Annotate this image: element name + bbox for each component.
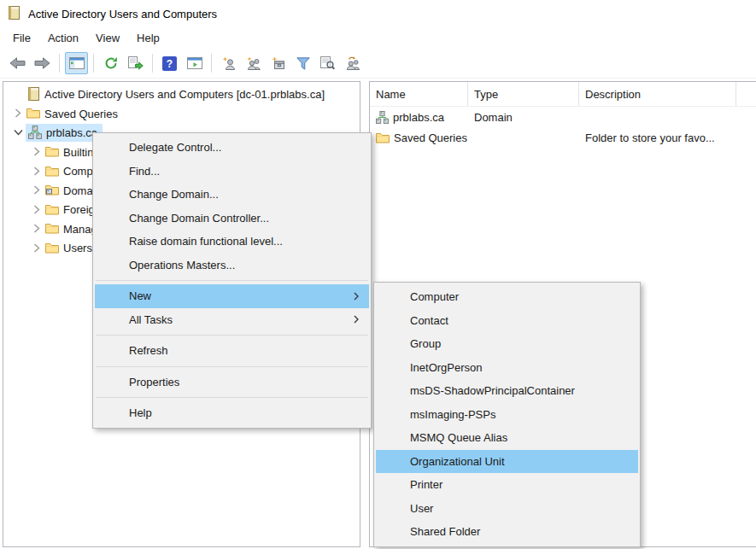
column-header-type[interactable]: Type — [468, 82, 579, 106]
chevron-right-icon[interactable] — [29, 166, 44, 176]
new-group-icon — [246, 56, 261, 70]
list-header: Name Type Description — [370, 82, 756, 107]
new-user-icon — [222, 56, 236, 70]
new-user-button[interactable] — [217, 52, 240, 74]
menu-item-refresh[interactable]: Refresh — [95, 339, 369, 363]
domain-controllers-folder-icon — [44, 184, 60, 196]
chevron-right-icon[interactable] — [29, 205, 44, 214]
submenu-item-msmq-queue-alias[interactable]: MSMQ Queue Alias — [376, 426, 638, 450]
submenu-item-inetorgperson[interactable]: InetOrgPerson — [376, 356, 638, 380]
chevron-down-icon[interactable] — [10, 129, 26, 136]
submenu-item-printer[interactable]: Printer — [376, 473, 638, 497]
table-row-prblabs-ca[interactable]: prblabs.ca Domain — [370, 108, 756, 127]
export-list-icon — [128, 56, 144, 70]
find-button[interactable] — [316, 52, 339, 74]
cell-type: Domain — [468, 111, 579, 124]
tree-root-label: Active Directory Users and Computers [dc… — [44, 87, 325, 101]
find-icon — [320, 56, 335, 70]
title-bar: Active Directory Users and Computers — [0, 0, 756, 27]
menu-item-operations-masters[interactable]: Operations Masters... — [95, 254, 369, 277]
toolbar-separator — [211, 54, 212, 73]
cell-name: prblabs.ca — [393, 111, 444, 124]
forward-icon — [34, 57, 50, 69]
table-row-saved-queries[interactable]: Saved Queries Folder to store your favo.… — [370, 128, 756, 148]
new-ou-button[interactable] — [267, 52, 290, 74]
column-header-name[interactable]: Name — [370, 82, 468, 106]
menu-view[interactable]: View — [87, 29, 128, 47]
submenu-arrow-icon — [354, 292, 359, 301]
svg-text:?: ? — [167, 58, 173, 70]
toolbar: ? — [0, 49, 756, 79]
tree-item-label: prblabs.ca — [46, 126, 97, 139]
menu-item-new[interactable]: New — [95, 284, 369, 308]
tree-item-saved-queries[interactable]: Saved Queries — [3, 104, 360, 124]
directory-book-icon — [26, 87, 41, 101]
submenu-item-user[interactable]: User — [376, 497, 638, 521]
submenu-item-contact[interactable]: Contact — [376, 309, 638, 333]
menu-item-change-domain[interactable]: Change Domain... — [95, 183, 369, 207]
chevron-right-icon[interactable] — [29, 243, 44, 253]
submenu-item-shared-folder[interactable]: Shared Folder — [376, 520, 638, 544]
submenu-item-group[interactable]: Group — [376, 332, 638, 356]
filter-button[interactable] — [291, 52, 314, 74]
domain-icon — [27, 126, 43, 139]
menu-item-change-domain-controller[interactable]: Change Domain Controller... — [95, 207, 369, 231]
new-group-button[interactable] — [242, 52, 265, 74]
help-button[interactable]: ? — [158, 52, 181, 74]
refresh-button[interactable] — [99, 52, 122, 74]
folder-icon — [26, 108, 41, 119]
menu-help[interactable]: Help — [128, 29, 168, 47]
folder-icon — [44, 166, 60, 177]
column-header-description[interactable]: Description — [579, 82, 736, 106]
menu-item-help[interactable]: Help — [95, 401, 369, 425]
menu-item-label: New — [129, 289, 151, 302]
cell-description: Folder to store your favo... — [579, 131, 736, 144]
menu-item-delegate-control[interactable]: Delegate Control... — [95, 136, 369, 160]
export-list-button[interactable] — [124, 52, 147, 74]
chevron-right-icon[interactable] — [29, 185, 44, 195]
menu-separator — [96, 397, 368, 398]
menu-separator — [96, 366, 368, 367]
show-action-pane-button[interactable] — [183, 52, 206, 74]
aduc-window: Active Directory Users and Computers Fil… — [0, 0, 756, 549]
show-console-tree-button[interactable] — [65, 52, 88, 74]
action-pane-icon — [187, 57, 202, 69]
menu-item-find[interactable]: Find... — [95, 160, 369, 184]
folder-icon — [44, 223, 60, 234]
chevron-right-icon[interactable] — [29, 224, 44, 233]
submenu-item-msds-shadowprincipalcontainer[interactable]: msDS-ShadowPrincipalContainer — [376, 379, 638, 403]
menu-item-all-tasks[interactable]: All Tasks — [95, 308, 369, 332]
chevron-right-icon[interactable] — [10, 108, 26, 118]
submenu-arrow-icon — [354, 315, 359, 324]
tree-selection: prblabs.ca — [26, 124, 103, 142]
new-submenu: Computer Contact Group InetOrgPerson msD… — [373, 282, 641, 547]
tree-item-label: Saved Queries — [44, 107, 118, 120]
refresh-icon — [104, 56, 118, 70]
menu-item-label: All Tasks — [129, 313, 173, 326]
submenu-item-organizational-unit[interactable]: Organizational Unit — [376, 450, 638, 474]
menu-file[interactable]: File — [4, 29, 39, 47]
submenu-item-msimaging-psps[interactable]: msImaging-PSPs — [376, 403, 638, 427]
back-button[interactable] — [6, 52, 29, 74]
add-to-group-button[interactable] — [341, 52, 364, 74]
tree-item-root[interactable]: Active Directory Users and Computers [dc… — [3, 85, 360, 104]
domain-icon — [376, 111, 389, 124]
forward-button[interactable] — [31, 52, 54, 74]
console-tree-icon — [69, 57, 85, 69]
folder-icon — [44, 146, 60, 157]
chevron-right-icon[interactable] — [29, 147, 44, 156]
context-menu: Delegate Control... Find... Change Domai… — [92, 132, 372, 429]
app-icon — [8, 6, 21, 22]
folder-icon — [44, 204, 60, 215]
window-title: Active Directory Users and Computers — [28, 8, 217, 20]
menu-action[interactable]: Action — [39, 29, 87, 47]
menu-separator — [96, 335, 368, 336]
menu-item-raise-domain-functional-level[interactable]: Raise domain functional level... — [95, 230, 369, 254]
new-ou-icon — [272, 56, 285, 70]
toolbar-separator — [93, 54, 94, 73]
add-to-group-icon — [345, 56, 360, 70]
menu-item-properties[interactable]: Properties — [95, 371, 369, 394]
folder-icon — [44, 242, 60, 254]
submenu-item-computer[interactable]: Computer — [376, 285, 638, 309]
cell-name: Saved Queries — [394, 131, 467, 144]
